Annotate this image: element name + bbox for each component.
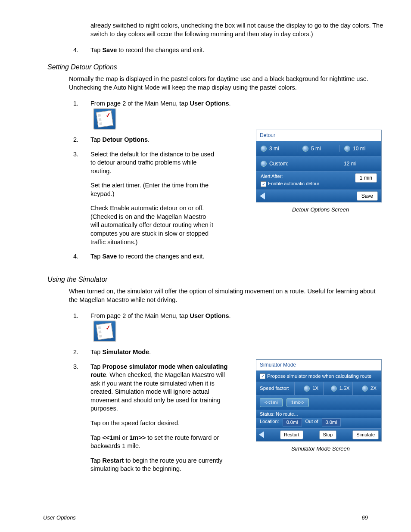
text: Tap bbox=[90, 434, 102, 441]
radio-icon bbox=[362, 386, 368, 392]
step-1: 1. From page 2 of the Main Menu, tap Use… bbox=[73, 100, 247, 130]
text: Tap bbox=[90, 348, 102, 355]
bold: User Options bbox=[190, 312, 229, 319]
bold: User Options bbox=[190, 100, 229, 107]
user-options-icon bbox=[93, 108, 116, 130]
label: 10 mi bbox=[353, 145, 365, 152]
checkbox-enable-detour[interactable]: ✓ bbox=[261, 181, 266, 187]
step-number: 4. bbox=[73, 46, 90, 55]
detour-screenshot: Detour 3 mi 5 mi 10 mi Custom: 12 mi Ale… bbox=[256, 130, 382, 202]
propose-label: Propose simulator mode when calculating … bbox=[267, 373, 371, 379]
step-2: 2. Tap Detour Options. bbox=[73, 136, 247, 144]
step-number: 2. bbox=[73, 348, 90, 357]
label: 1.5X bbox=[339, 385, 350, 392]
window-title: Detour bbox=[256, 130, 381, 140]
radio-1x[interactable]: 1X bbox=[294, 382, 323, 395]
bold: Simulator Mode bbox=[102, 348, 149, 355]
status-text: Status: No route... bbox=[256, 410, 381, 418]
radio-1-5x[interactable]: 1.5X bbox=[323, 382, 352, 395]
text: . bbox=[229, 312, 231, 319]
intro-paragraph: Normally the map is displayed in the pas… bbox=[69, 75, 385, 92]
radio-icon bbox=[304, 386, 310, 392]
footer-section: User Options bbox=[43, 514, 76, 522]
custom-value[interactable]: 12 mi bbox=[319, 156, 382, 171]
alert-after-label: Alert After: bbox=[261, 173, 319, 180]
text: Tap bbox=[90, 253, 102, 260]
alert-time-button[interactable]: 1 min bbox=[355, 173, 377, 183]
text: Tap bbox=[90, 363, 102, 370]
radio-5mi[interactable]: 5 mi bbox=[298, 145, 340, 152]
back-arrow-icon[interactable] bbox=[260, 193, 265, 199]
location-label: Location: bbox=[260, 418, 279, 426]
step-1: 1. From page 2 of the Main Menu, tap Use… bbox=[73, 312, 247, 342]
step-2: 2. Tap Simulator Mode. bbox=[73, 348, 247, 357]
location-value-1: 0.0mi bbox=[283, 418, 302, 426]
step-number: 3. bbox=[73, 363, 90, 473]
step-3: 3. Select the default for the distance t… bbox=[73, 150, 247, 247]
text: Tap on the speed factor desired. bbox=[90, 419, 228, 428]
step-4: 4. Tap Save to record the changes and ex… bbox=[73, 252, 247, 261]
heading-using-simulator: Using the Simulator bbox=[47, 275, 385, 284]
step-number: 3. bbox=[73, 150, 90, 247]
text: Tap bbox=[90, 136, 102, 143]
intro-paragraph: When turned on, the simulator will offer… bbox=[69, 287, 385, 304]
radio-custom[interactable]: Custom: bbox=[256, 160, 319, 167]
label: 2X bbox=[371, 385, 377, 392]
radio-10mi[interactable]: 10 mi bbox=[340, 145, 381, 152]
out-of-label: Out of bbox=[305, 418, 318, 426]
text: From page 2 of the Main Menu, tap bbox=[90, 312, 190, 319]
label: 3 mi bbox=[269, 145, 279, 152]
text: already switched to night colors, unchec… bbox=[90, 22, 383, 37]
stop-button[interactable]: Stop bbox=[319, 430, 337, 439]
radio-3mi[interactable]: 3 mi bbox=[256, 145, 298, 152]
step-number: 1. bbox=[73, 312, 90, 342]
label: 1X bbox=[312, 385, 318, 392]
caption: Detour Options Screen bbox=[256, 206, 385, 214]
back-arrow-icon[interactable] bbox=[259, 431, 264, 438]
radio-icon bbox=[261, 146, 267, 152]
save-button[interactable]: Save bbox=[357, 191, 378, 201]
radio-icon bbox=[261, 161, 267, 167]
enable-label: Enable automatic detour bbox=[268, 181, 319, 186]
bold: <<1mi bbox=[102, 434, 120, 441]
bold: Save bbox=[102, 47, 117, 53]
text: . bbox=[229, 100, 231, 107]
text: From page 2 of the Main Menu, tap bbox=[90, 100, 190, 107]
continued-paragraph: already switched to night colors, unchec… bbox=[90, 22, 385, 38]
user-options-icon bbox=[93, 320, 116, 342]
label: Custom: bbox=[269, 160, 289, 167]
text: Check Enable automatic detour on or off.… bbox=[90, 204, 215, 246]
location-value-2: 0.0mi bbox=[322, 418, 341, 426]
restart-button[interactable]: Restart bbox=[280, 430, 303, 439]
text: Select the default for the distance to b… bbox=[90, 150, 215, 176]
caption: Simulator Mode Screen bbox=[256, 445, 385, 453]
step-number: 4. bbox=[73, 252, 90, 261]
fwd-1mi-button[interactable]: 1mi>> bbox=[286, 398, 309, 407]
text: . When checked, the Magellan Maestro wil… bbox=[90, 371, 225, 412]
radio-icon bbox=[344, 146, 350, 152]
radio-icon bbox=[331, 386, 337, 392]
step-number: 1. bbox=[73, 100, 90, 130]
back-1mi-button[interactable]: <<1mi bbox=[260, 398, 283, 407]
heading-setting-detour-options: Setting Detour Options bbox=[47, 62, 385, 72]
label: 5 mi bbox=[311, 145, 321, 152]
text: to record the changes and exit. bbox=[117, 253, 204, 260]
radio-2x[interactable]: 2X bbox=[352, 382, 381, 395]
text: or bbox=[120, 434, 129, 441]
checkbox-propose[interactable]: ✓ bbox=[260, 373, 265, 379]
text: Tap bbox=[90, 47, 102, 53]
page-number: 69 bbox=[362, 514, 368, 522]
text: Tap bbox=[90, 457, 102, 464]
text: . bbox=[148, 136, 149, 143]
simulate-button[interactable]: Simulate bbox=[352, 430, 379, 439]
bold: 1m>> bbox=[129, 434, 146, 441]
speed-factor-label: Speed factor: bbox=[260, 385, 294, 392]
bold: Detour Options bbox=[102, 136, 148, 143]
step-number: 2. bbox=[73, 136, 90, 144]
radio-icon bbox=[302, 146, 308, 152]
simulator-screenshot: Simulator Mode ✓Propose simulator mode w… bbox=[256, 359, 382, 441]
text: . bbox=[149, 348, 151, 355]
window-title: Simulator Mode bbox=[256, 360, 381, 370]
text: Set the alert timer. (Enter the time fro… bbox=[90, 181, 215, 198]
step-4: 4. Tap Save to record the changes and ex… bbox=[73, 46, 385, 55]
